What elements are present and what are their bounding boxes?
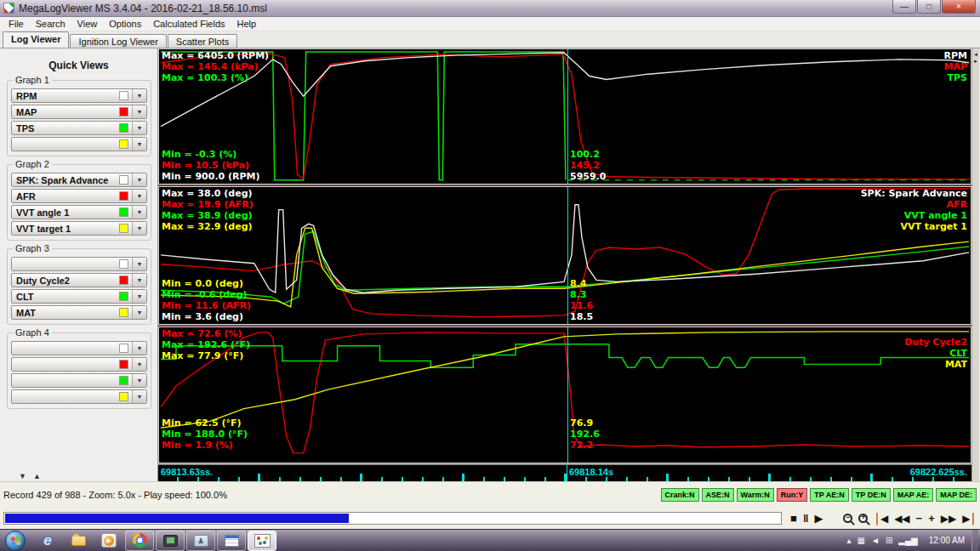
- scroll-up-icon[interactable]: ▲: [33, 472, 41, 480]
- skip-to-end-button[interactable]: ▶│: [962, 513, 977, 525]
- graph-vertical-scrollbar[interactable]: ◂ ▸: [971, 48, 979, 481]
- graph4-group: Graph 4 ▼ ▼ ▼ ▼: [7, 332, 151, 409]
- network-icon[interactable]: ▂▄▆: [898, 536, 917, 545]
- step-forward-button[interactable]: +: [928, 513, 935, 525]
- chevron-down-icon[interactable]: ▼: [132, 258, 146, 270]
- graph3-series1-select[interactable]: ▼: [11, 257, 147, 271]
- stop-button[interactable]: ■: [790, 513, 797, 525]
- menu-view[interactable]: View: [71, 18, 104, 30]
- tab-ignition-log-viewer[interactable]: Ignition Log Viewer: [70, 34, 166, 48]
- chevron-down-icon[interactable]: ▼: [132, 342, 146, 355]
- playback-control-row: ■ ‖ ▶ − + │◀ ◀◀ − + ▶▶ ▶│: [0, 508, 980, 529]
- close-button[interactable]: ×: [942, 0, 976, 14]
- chevron-down-icon[interactable]: ▼: [132, 358, 146, 371]
- graph2-series1-select[interactable]: SPK: Spark Advance ▼: [11, 173, 147, 187]
- input-indicator-icon[interactable]: ⊞: [886, 536, 892, 545]
- menu-search[interactable]: Search: [30, 18, 71, 30]
- chevron-down-icon[interactable]: ▼: [132, 374, 146, 387]
- graph2-series2-select[interactable]: AFR ▼: [11, 189, 147, 203]
- tray-grid-icon[interactable]: ▦: [858, 536, 865, 545]
- color-swatch: [119, 224, 128, 233]
- scroll-left-icon[interactable]: ◂: [974, 51, 977, 58]
- chevron-down-icon[interactable]: ▼: [132, 274, 146, 287]
- timeline-major-ticks: [158, 474, 971, 481]
- time-cursor[interactable]: [567, 187, 568, 325]
- taskbar-app-window1[interactable]: [156, 531, 185, 551]
- graph3-series3-select[interactable]: CLT ▼: [11, 289, 147, 304]
- graph1-series3-select[interactable]: TPS ▼: [11, 121, 147, 135]
- hidden-icons-arrow[interactable]: ▴: [846, 536, 851, 545]
- menu-help[interactable]: Help: [231, 18, 263, 30]
- chevron-down-icon[interactable]: ▼: [132, 89, 146, 102]
- chevron-down-icon[interactable]: ▼: [132, 173, 146, 186]
- graph1-min-labels: Min = -0.3 (%) Min = 10.5 (kPa) Min = 90…: [162, 149, 260, 182]
- fast-forward-button[interactable]: ▶▶: [941, 513, 956, 525]
- chevron-down-icon[interactable]: ▼: [132, 290, 146, 303]
- graph1-series1-select[interactable]: RPM ▼: [11, 88, 147, 103]
- graph4-series1-select[interactable]: ▼: [11, 341, 147, 355]
- tab-log-viewer[interactable]: Log Viewer: [3, 31, 69, 48]
- chevron-down-icon[interactable]: ▼: [132, 206, 146, 219]
- chevron-down-icon[interactable]: ▼: [132, 122, 146, 134]
- graph4-series2-select[interactable]: ▼: [11, 357, 147, 372]
- play-button[interactable]: ▶: [814, 513, 823, 525]
- status-badge: ASE:N: [702, 488, 734, 502]
- graph1-series4-select[interactable]: ▼: [11, 137, 147, 151]
- graph1-canvas[interactable]: Max = 6405.0 (RPM) Max = 145.4 (kPa) Max…: [158, 48, 971, 185]
- graph3-series4-select[interactable]: MAT ▼: [11, 305, 147, 320]
- graph2-series4-select[interactable]: VVT target 1 ▼: [11, 221, 147, 236]
- pause-button[interactable]: ‖: [803, 513, 808, 525]
- chevron-down-icon[interactable]: ▼: [132, 138, 146, 151]
- taskbar-media-player[interactable]: ▶: [94, 531, 123, 551]
- graph3-series2-select[interactable]: Duty Cycle2 ▼: [11, 273, 147, 287]
- graph4-series3-select[interactable]: ▼: [11, 373, 147, 388]
- graph2-series3-select[interactable]: VVT angle 1 ▼: [11, 205, 147, 219]
- status-badge: MAP DE:: [936, 488, 977, 502]
- menu-calculated-fields[interactable]: Calculated Fields: [147, 18, 231, 30]
- minimize-button[interactable]: —: [892, 0, 916, 14]
- zoom-in-icon[interactable]: +: [858, 514, 868, 523]
- taskbar-megalogviewer-active[interactable]: [248, 531, 276, 551]
- graph3-canvas[interactable]: Max = 72.6 (%) Max = 192.6 (°F) Max = 77…: [158, 327, 971, 463]
- taskbar-spreadsheet-app[interactable]: [217, 531, 246, 551]
- scroll-right-icon[interactable]: ▸: [974, 58, 977, 65]
- cursor-value: 192.6: [570, 429, 600, 440]
- legend-item: MAT: [904, 359, 967, 370]
- tab-scatter-plots[interactable]: Scatter Plots: [168, 34, 237, 48]
- menu-options[interactable]: Options: [103, 18, 147, 30]
- menu-file[interactable]: File: [3, 18, 30, 30]
- chevron-down-icon[interactable]: ▼: [132, 105, 146, 118]
- megalogviewer-icon: [254, 534, 271, 548]
- spark-trace: [161, 204, 969, 293]
- graph1-series2-select[interactable]: MAP ▼: [11, 105, 147, 119]
- start-button[interactable]: [5, 531, 26, 551]
- window-title: MegaLogViewer MS 3.4.04 - 2016-02-21_18.…: [19, 3, 267, 14]
- zoom-out-icon[interactable]: −: [843, 514, 852, 523]
- graph4-series4-select[interactable]: ▼: [11, 389, 147, 404]
- timeline-strip[interactable]: 69813.63ss. 69818.14s 69822.625ss.: [158, 463, 971, 481]
- taskbar-file-explorer[interactable]: [64, 531, 93, 551]
- taskbar-app-window2[interactable]: ♟: [186, 531, 215, 551]
- maximize-button[interactable]: □: [917, 0, 941, 14]
- skip-to-start-button[interactable]: │◀: [874, 513, 888, 525]
- chevron-down-icon[interactable]: ▼: [132, 306, 146, 319]
- scroll-down-icon[interactable]: ▼: [19, 472, 26, 480]
- taskbar-internet-explorer[interactable]: e: [33, 531, 62, 551]
- window-titlebar[interactable]: MegaLogViewer MS 3.4.04 - 2016-02-21_18.…: [0, 0, 980, 17]
- max-label: Max = 145.4 (kPa): [162, 61, 269, 72]
- legend-item: SPK: Spark Advance: [861, 188, 967, 199]
- step-back-button[interactable]: −: [916, 513, 923, 525]
- show-desktop-button[interactable]: [971, 530, 978, 551]
- rewind-button[interactable]: ◀◀: [894, 513, 909, 525]
- time-cursor[interactable]: [567, 465, 567, 481]
- chevron-down-icon[interactable]: ▼: [132, 222, 146, 235]
- chevron-down-icon[interactable]: ▼: [132, 390, 146, 403]
- playback-progress-bar[interactable]: [3, 512, 782, 525]
- volume-icon[interactable]: ◄: [871, 536, 880, 545]
- graph2-canvas[interactable]: Max = 38.0 (deg) Max = 19.9 (AFR) Max = …: [158, 186, 971, 326]
- time-cursor[interactable]: [567, 327, 568, 463]
- time-cursor[interactable]: [567, 49, 568, 184]
- taskbar-clock[interactable]: 12:00 AM: [929, 536, 965, 545]
- taskbar-chrome[interactable]: [125, 531, 154, 551]
- chevron-down-icon[interactable]: ▼: [132, 190, 146, 202]
